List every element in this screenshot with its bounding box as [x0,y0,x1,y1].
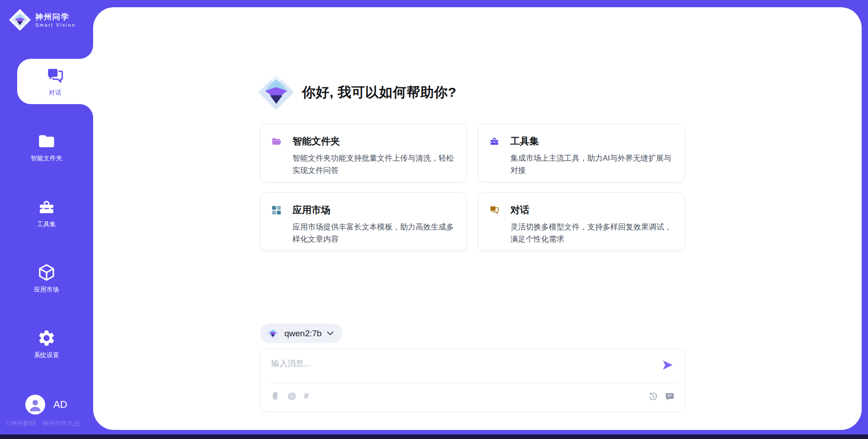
chat-bubbles-icon [46,67,65,86]
user-initials: AD [53,399,67,410]
user-profile[interactable]: AD [25,395,67,415]
model-name: qwen2:7b [284,329,321,339]
card-toolset[interactable]: 工具集 集成市场上主流工具，助力AI与外界无缝扩展与对接 [478,124,685,182]
avatar [25,395,45,415]
sidebar-item-label: 系统设置 [34,351,59,359]
history-icon[interactable] [648,392,658,401]
send-icon[interactable] [661,359,674,371]
chevron-down-icon [327,331,334,336]
sidebar-item-label: 智能文件夹 [31,154,62,162]
hash-icon[interactable]: # [304,391,309,401]
paperclip-icon[interactable] [270,391,280,401]
sidebar-item-label: 对话 [49,89,61,97]
tab-curve-top [80,45,93,59]
brand-subtitle: Smart Vision [35,22,75,28]
message-composer: @ # [260,348,685,412]
app-window: 神州问学 Smart Vision 对话 智能文件夹 工具集 应用市场 [0,0,868,439]
at-icon[interactable]: @ [288,391,296,401]
tab-curve-bottom [80,104,93,118]
brand-logo-icon [9,9,31,31]
sidebar-item-settings[interactable]: 系统设置 [0,329,93,359]
folder-icon [38,132,56,150]
card-title: 智能文件夹 [292,135,340,148]
window-bottom-bar [0,434,868,439]
sidebar-item-label: 应用市场 [34,286,59,294]
toolbox-icon [38,198,56,216]
model-logo-icon [267,327,279,339]
composer-divider [269,383,676,383]
assistant-logo-icon [258,74,295,111]
sidebar-item-toolset[interactable]: 工具集 [0,198,93,229]
brand: 神州问学 Smart Vision [9,9,75,31]
card-chat[interactable]: 对话 灵活切换多模型文件，支持多样回复效果调试，满足个性化需求 [478,192,685,251]
composer-toolbar-right [648,392,675,401]
person-icon [25,395,45,415]
sidebar-item-label: 工具集 [37,220,56,229]
chat-bubbles-icon [489,205,500,215]
greeting: 你好, 我可以如何帮助你? [258,74,457,111]
comment-icon[interactable] [665,392,675,401]
card-title: 工具集 [510,135,539,148]
card-description: 灵活切换多模型文件，支持多样回复效果调试，满足个性化需求 [510,221,673,245]
sidebar-item-chat[interactable]: 对话 [17,59,93,104]
greeting-title: 你好, 我可以如何帮助你? [302,83,457,102]
card-title: 对话 [510,204,529,216]
card-description: 应用市场提供丰富长文本模板，助力高效生成多样化文章内容 [292,221,455,245]
folder-open-icon [271,136,282,147]
composer-toolbar-left: @ # [270,391,309,401]
grid-icon [271,205,282,215]
gear-icon [38,329,56,347]
model-selector[interactable]: qwen2:7b [260,324,343,343]
card-smart-folder[interactable]: 智能文件夹 智能文件夹功能支持批量文件上传与清洗，轻松实现文件问答 [260,124,467,182]
copyright-text: ©神州数码 · 神州问学出品 [6,420,80,428]
brand-name: 神州问学 [35,12,75,22]
sidebar-item-smart-folder[interactable]: 智能文件夹 [0,132,93,162]
feature-cards: 智能文件夹 智能文件夹功能支持批量文件上传与清洗，轻松实现文件问答 工具集 集成… [260,124,685,251]
message-input[interactable] [270,357,643,381]
sidebar-item-app-market[interactable]: 应用市场 [0,263,93,294]
card-title: 应用市场 [292,204,330,216]
card-description: 集成市场上主流工具，助力AI与外界无缝扩展与对接 [510,152,673,177]
cube-icon [38,263,56,282]
toolbox-icon [489,136,500,147]
card-description: 智能文件夹功能支持批量文件上传与清洗，轻松实现文件问答 [292,152,455,177]
card-app-market[interactable]: 应用市场 应用市场提供丰富长文本模板，助力高效生成多样化文章内容 [260,192,467,251]
